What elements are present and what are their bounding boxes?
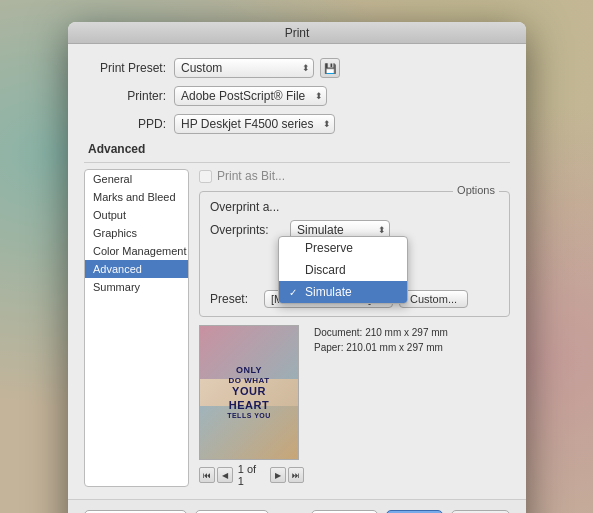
print-as-bitmap-checkbox[interactable] [199,170,212,183]
preview-nav: ⏮ ◀ 1 of 1 ▶ ⏭ [199,463,304,487]
sidebar-item-output[interactable]: Output [85,206,188,224]
preserve-label: Preserve [305,241,353,255]
main-area: General Marks and Bleed Output Graphics … [84,169,510,487]
next-page-button[interactable]: ▶ [270,467,286,483]
printer-wrapper: Adobe PostScript® File ⬍ [174,86,327,106]
print-preset-label: Print Preset: [84,61,174,75]
simulate-label: Simulate [305,285,352,299]
save-preset-button[interactable]: 💾 [320,58,340,78]
content-panel: Print as Bit... Options Overprint a... O… [199,169,510,487]
ppd-select[interactable]: HP Deskjet F4500 series [174,114,335,134]
simulate-check-icon: ✓ [289,287,301,298]
sidebar-item-graphics[interactable]: Graphics [85,224,188,242]
print-dialog: Print Print Preset: Custom ⬍ 💾 Printer: … [68,22,526,513]
preview-info: Document: 210 mm x 297 mm Paper: 210.01 … [314,325,448,355]
last-page-button[interactable]: ⏭ [288,467,304,483]
ppd-row: PPD: HP Deskjet F4500 series ⬍ [84,114,510,134]
bottom-bar: Page Setup... Printer... Cancel Save Don… [68,499,526,513]
first-page-button[interactable]: ⏮ [199,467,215,483]
custom-button[interactable]: Custom... [399,290,468,308]
print-as-bitmap-label: Print as Bit... [217,169,285,183]
overprint-row: Overprint a... [210,200,499,214]
print-as-bitmap-row: Print as Bit... [199,169,510,183]
paper-info: Paper: 210.01 mm x 297 mm [314,340,448,355]
print-preset-wrapper: Custom ⬍ [174,58,314,78]
document-info: Document: 210 mm x 297 mm [314,325,448,340]
sidebar-item-general[interactable]: General [85,170,188,188]
floppy-icon: 💾 [324,63,336,74]
total-pages: 1 [238,475,244,487]
page-indicator: 1 of 1 [235,463,268,487]
overprints-dropdown: Preserve Discard ✓ Simulate [278,236,408,304]
discard-label: Discard [305,263,346,277]
prev-page-button[interactable]: ◀ [217,467,233,483]
options-group: Options Overprint a... Overprints: Simul… [199,191,510,317]
preview-container: ONLY DO WHAT YOUR HEART TELLS YOU ⏮ ◀ [199,325,510,487]
advanced-section-label: Advanced [84,142,510,156]
preset-label: Preset: [210,292,258,306]
overprints-label: Overprints: [210,223,290,237]
print-preset-select[interactable]: Custom [174,58,314,78]
dropdown-simulate[interactable]: ✓ Simulate [279,281,407,303]
ppd-label: PPD: [84,117,174,131]
printer-label: Printer: [84,89,174,103]
ppd-wrapper: HP Deskjet F4500 series ⬍ [174,114,335,134]
sidebar-item-marks-bleed[interactable]: Marks and Bleed [85,188,188,206]
options-group-title: Options [453,184,499,196]
preview-text-overlay: ONLY DO WHAT YOUR HEART TELLS YOU [223,361,275,424]
sidebar-item-advanced[interactable]: Advanced [85,260,188,278]
section-divider [84,162,510,163]
sidebar-item-color-management[interactable]: Color Management [85,242,188,260]
overprint-label: Overprint a... [210,200,290,214]
dialog-title: Print [285,26,310,40]
printer-select[interactable]: Adobe PostScript® File [174,86,327,106]
dialog-titlebar: Print [68,22,526,44]
preview-box: ONLY DO WHAT YOUR HEART TELLS YOU ⏮ ◀ [199,325,304,487]
category-sidebar: General Marks and Bleed Output Graphics … [84,169,189,487]
dropdown-preserve[interactable]: Preserve [279,237,407,259]
sidebar-item-summary[interactable]: Summary [85,278,188,296]
preview-image: ONLY DO WHAT YOUR HEART TELLS YOU [199,325,299,460]
print-preset-row: Print Preset: Custom ⬍ 💾 [84,58,510,78]
printer-row: Printer: Adobe PostScript® File ⬍ [84,86,510,106]
dropdown-discard[interactable]: Discard [279,259,407,281]
